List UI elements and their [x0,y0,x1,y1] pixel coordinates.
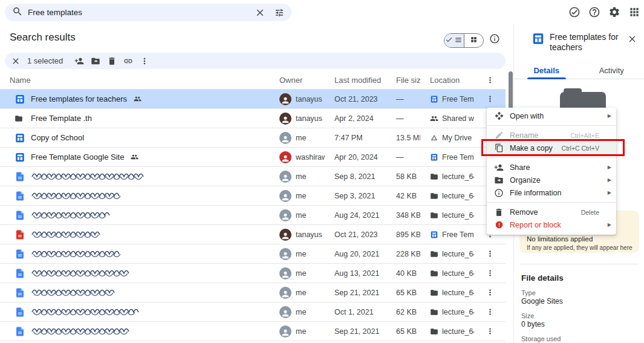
location-chip[interactable]: Free Templa... [420,90,474,108]
share-person-add-icon[interactable] [72,54,86,68]
submenu-arrow-icon: ▶ [605,190,611,195]
menu-item-icon [494,111,504,120]
owner-avatar [279,267,291,279]
check-icon [445,36,453,45]
field-value: Google Sites [521,297,640,306]
table-row[interactable]: Free Template Google Site washirawan... … [0,148,506,167]
owner-name: washirawan... [296,153,325,162]
menu-item-rename[interactable]: Rename Ctrl+Alt+E [487,129,616,142]
selected-count: 1 selected [27,56,63,65]
table-row[interactable]: me Oct 1, 2021 62 KB lecture_641 [0,302,506,322]
menu-item-share[interactable]: Share ▶ [487,161,616,174]
column-location[interactable]: Location [420,71,474,89]
location-chip[interactable]: lecture_641 [420,283,474,302]
last-modified: Apr 2, 2024 [325,109,386,128]
menu-item-organize[interactable]: Organize ▶ [487,174,616,186]
location-icon [430,230,438,239]
menu-item-label: File information [510,189,593,197]
last-modified: Sep 21, 2021 [325,322,386,341]
help-icon[interactable] [586,4,603,21]
more-actions-icon[interactable] [137,54,152,68]
search-options-icon[interactable] [272,5,287,20]
file-type-icon [15,132,25,143]
table-row[interactable]: me Sep 8, 2021 58 KB lecture_641 [0,167,506,186]
file-size: 228 KB [386,244,420,263]
table-row[interactable]: me Sep 21, 2021 65 KB lecture_641 [0,283,506,302]
column-name[interactable]: Name [0,71,270,89]
owner-name: tanayus [296,95,322,103]
location-chip[interactable]: Free Templa... [420,225,474,244]
menu-item-label: Report or block [510,221,593,229]
clear-search-icon[interactable] [253,5,267,20]
table-row[interactable]: me Sep 21, 2021 65 KB lecture_641 [0,322,506,341]
table-row[interactable]: me Sep 3, 2021 42 KB lecture_641 [0,186,506,206]
location-chip[interactable]: Free Templa... [420,148,474,166]
move-folder-icon[interactable] [88,54,103,68]
location-chip[interactable]: lecture_641 [420,302,474,321]
grid-view-button[interactable] [464,34,484,47]
table-row[interactable]: Free templates for teachers tanayus Oct … [0,90,506,109]
row-more-button[interactable] [483,286,497,300]
menu-item-report-or-block[interactable]: Report or block ▶ [487,218,616,231]
location-chip[interactable]: lecture_641 [420,244,474,263]
close-panel-icon[interactable] [625,31,639,46]
location-chip[interactable]: lecture_641 [420,167,474,186]
sync-status-icon[interactable] [566,4,583,21]
table-row[interactable]: me Aug 24, 2021 348 KB lecture_641 [0,206,506,225]
file-name: Copy of School [31,133,84,142]
location-chip[interactable]: My Drive [420,128,474,147]
file-type-icon [15,191,25,201]
table-row[interactable]: me Aug 20, 2021 228 KB lecture_641 [0,244,506,264]
location-name: lecture_641 [442,308,474,316]
search-input[interactable] [28,8,248,17]
menu-item-icon [494,163,504,172]
column-last-modified[interactable]: Last modified [325,71,386,89]
menu-divider [487,202,616,203]
location-chip[interactable]: lecture_641 [420,322,474,341]
table-row[interactable]: Free Template .th tanayus Apr 2, 2024 — … [0,109,506,128]
file-details-heading: File details [521,273,640,283]
file-name [31,230,103,239]
tab-activity[interactable]: Activity [579,62,644,79]
location-icon [430,289,438,297]
menu-item-open-with[interactable]: Open with ▶ [487,109,616,122]
menu-item-label: Organize [510,176,593,185]
trash-icon[interactable] [105,54,119,68]
last-modified: Sep 3, 2021 [325,186,386,205]
owner-avatar [279,229,291,241]
settings-gear-icon[interactable] [606,4,623,21]
row-more-button[interactable] [483,324,497,339]
view-details-button[interactable] [486,31,503,48]
owner-avatar [279,190,291,202]
table-row[interactable]: me Aug 13, 2021 40 KB lecture_641 [0,264,506,283]
menu-item-icon [494,143,504,152]
apps-grid-icon[interactable] [626,4,643,21]
location-name: lecture_641 [442,192,474,200]
location-chip[interactable]: Shared with ... [420,109,474,128]
menu-item-remove[interactable]: Remove Delete [487,206,616,218]
location-chip[interactable]: lecture_641 [420,206,474,224]
last-modified: Aug 20, 2021 [325,244,386,263]
file-detail-field: Type Google Sites [521,289,640,306]
list-view-button[interactable] [444,34,464,47]
table-row[interactable]: Copy of School me 7:47 PM 13.5 MB My Dri… [0,128,506,148]
row-more-button[interactable] [483,247,497,261]
column-options-icon[interactable] [483,73,497,88]
location-chip[interactable]: lecture_641 [420,186,474,205]
menu-item-file-information[interactable]: File information ▶ [487,186,616,199]
table-row[interactable]: tanayus Oct 21, 2023 895 KB Free Templa.… [0,225,506,244]
clear-selection-icon[interactable] [8,54,23,68]
file-size: — [386,90,420,108]
row-more-button[interactable] [483,92,497,106]
row-more-button[interactable] [483,305,497,319]
search-bar[interactable] [5,4,291,21]
search-results-table: Name Owner Last modified File size Locat… [0,71,506,341]
column-owner[interactable]: Owner [270,71,325,89]
column-file-size[interactable]: File size [386,71,420,89]
limitations-subtitle: If any are applied, they will appear her… [527,244,633,251]
location-chip[interactable]: lecture_641 [420,264,474,283]
link-icon[interactable] [121,54,135,68]
tab-details[interactable]: Details [514,62,579,79]
menu-item-make-a-copy[interactable]: Make a copy Ctrl+C Ctrl+V [487,142,616,154]
row-more-button[interactable] [483,266,497,281]
